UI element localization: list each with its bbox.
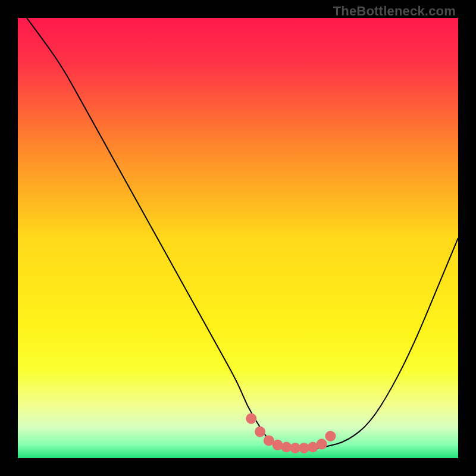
marker-dot — [246, 413, 256, 424]
outer-frame: TheBottleneck.com — [0, 0, 476, 476]
marker-dot — [255, 427, 265, 437]
watermark-text: TheBottleneck.com — [333, 4, 456, 19]
plot-area — [18, 18, 458, 458]
marker-dot — [325, 431, 336, 441]
marker-dot — [317, 439, 327, 449]
bottleneck-curve — [18, 18, 458, 458]
highlight-dots — [246, 413, 336, 453]
